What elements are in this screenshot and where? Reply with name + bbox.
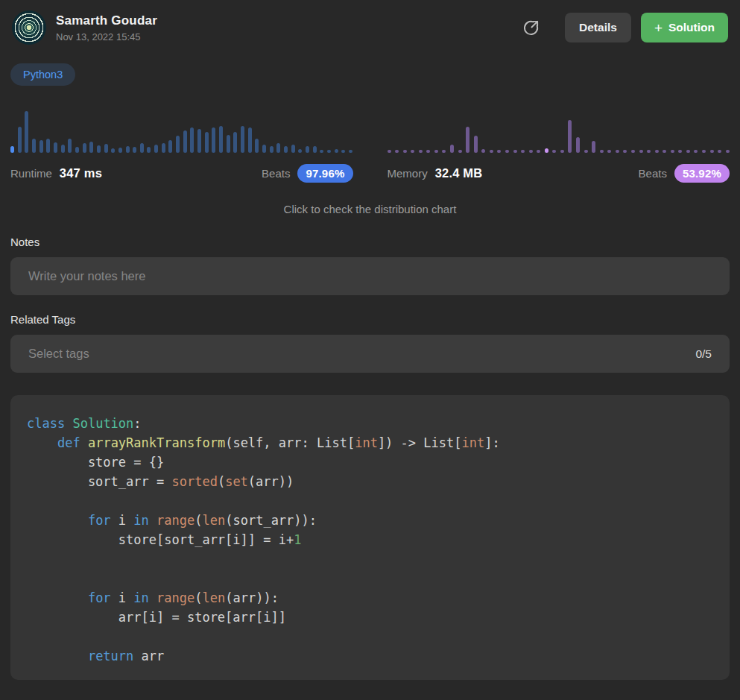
runtime-chart-section[interactable]: Runtime 347 ms Beats 97.96% — [10, 107, 353, 183]
chart-bar — [497, 150, 501, 153]
chart-bar — [662, 150, 666, 153]
chart-bar — [426, 150, 430, 153]
chart-bar — [560, 150, 564, 153]
chart-bar — [639, 150, 643, 153]
chart-bar — [162, 143, 165, 153]
tags-select-box[interactable]: Select tags 0/5 — [10, 335, 730, 373]
chart-bar — [537, 150, 540, 153]
chart-bar — [450, 145, 454, 153]
user-info: Samarth Goudar Nov 13, 2022 15:45 — [56, 13, 519, 42]
chart-bar — [607, 150, 611, 153]
runtime-value: 347 ms — [60, 166, 102, 180]
avatar[interactable] — [12, 10, 46, 45]
memory-beats-label: Beats — [639, 167, 667, 180]
submission-timestamp: Nov 13, 2022 15:45 — [56, 31, 519, 42]
chart-bar — [490, 150, 493, 153]
chart-bar — [255, 139, 259, 153]
chart-bar — [89, 142, 93, 153]
chart-bar — [505, 150, 509, 153]
memory-stats-row: Memory 32.4 MB Beats 53.92% — [388, 164, 730, 183]
solution-button-label: Solution — [668, 21, 715, 34]
code-line — [27, 549, 713, 569]
chart-bar — [205, 132, 209, 153]
chart-bar — [32, 139, 36, 153]
chart-bar — [552, 150, 556, 153]
chart-bar — [219, 126, 223, 153]
chart-bar — [46, 139, 50, 153]
chart-bar — [327, 150, 331, 153]
chart-bar — [702, 150, 706, 153]
chart-bar — [655, 150, 659, 153]
runtime-beats-label: Beats — [262, 167, 290, 180]
chart-bar — [341, 150, 345, 153]
code-line: class Solution: — [27, 414, 713, 433]
code-line: for i in range(len(arr)): — [27, 588, 713, 608]
notes-input-box — [10, 257, 730, 295]
chart-bar — [147, 147, 151, 153]
chart-bar — [568, 120, 572, 153]
chart-bar — [442, 150, 446, 153]
chart-bar — [140, 143, 144, 153]
chart-bar — [513, 150, 517, 153]
chart-bar — [111, 148, 115, 153]
chart-bar — [419, 150, 423, 153]
chart-bar — [284, 146, 288, 153]
notes-input[interactable] — [28, 269, 712, 283]
language-tag-row: Python3 — [0, 45, 740, 86]
chart-bar — [126, 146, 130, 153]
chart-bar — [39, 140, 43, 153]
runtime-distribution-chart[interactable] — [10, 107, 353, 153]
chart-bar — [97, 145, 101, 153]
code-line: store[sort_arr[i]] = i+1 — [27, 530, 713, 549]
notes-label: Notes — [0, 236, 740, 248]
chart-bar — [481, 149, 485, 153]
chart-bar — [10, 146, 14, 153]
distribution-chart-hint[interactable]: Click to check the distribution chart — [0, 203, 740, 215]
chart-bar — [458, 150, 462, 153]
code-line: return arr — [27, 646, 713, 666]
chart-bar — [576, 137, 580, 153]
chart-bar — [25, 111, 28, 153]
memory-distribution-chart[interactable] — [388, 107, 730, 153]
add-solution-button[interactable]: + Solution — [641, 13, 728, 42]
performance-panel: Runtime 347 ms Beats 97.96% Memory 32.4 … — [0, 86, 740, 183]
chart-bar — [68, 139, 72, 153]
share-button[interactable] — [519, 16, 543, 40]
chart-bar — [241, 126, 244, 153]
chart-bar — [276, 143, 280, 153]
chart-bar — [320, 150, 323, 153]
share-icon — [522, 19, 540, 37]
tags-counter: 0/5 — [695, 347, 712, 361]
details-button[interactable]: Details — [565, 13, 631, 42]
chart-bar — [306, 146, 309, 153]
language-tag-python3[interactable]: Python3 — [10, 63, 75, 86]
chart-bar — [388, 150, 391, 153]
chart-bar — [545, 148, 548, 153]
tags-placeholder: Select tags — [28, 347, 695, 361]
chart-bar — [584, 150, 588, 153]
chart-bar — [154, 145, 158, 153]
chart-bar — [349, 150, 352, 153]
chart-bar — [686, 150, 690, 153]
code-line: for i in range(len(sort_arr)): — [27, 511, 713, 530]
code-line: def arrayRankTransform(self, arr: List[i… — [27, 433, 713, 453]
memory-chart-section[interactable]: Memory 32.4 MB Beats 53.92% — [388, 107, 730, 183]
chart-bar — [197, 129, 201, 153]
chart-bar — [466, 127, 469, 153]
chart-bar — [176, 136, 180, 153]
chart-bar — [521, 150, 525, 153]
memory-value: 32.4 MB — [435, 166, 483, 180]
chart-bar — [233, 132, 237, 153]
code-line — [27, 627, 713, 646]
chart-bar — [529, 150, 533, 153]
chart-bar — [54, 142, 57, 153]
chart-bar — [434, 150, 438, 153]
chart-bar — [248, 127, 252, 153]
chart-bar — [718, 150, 721, 153]
chart-bar — [183, 130, 187, 153]
chart-bar — [474, 136, 478, 153]
chart-bar — [313, 146, 317, 153]
header-actions: Details + Solution — [519, 13, 728, 42]
chart-bar — [18, 127, 22, 153]
code-line: store = {} — [27, 453, 713, 472]
